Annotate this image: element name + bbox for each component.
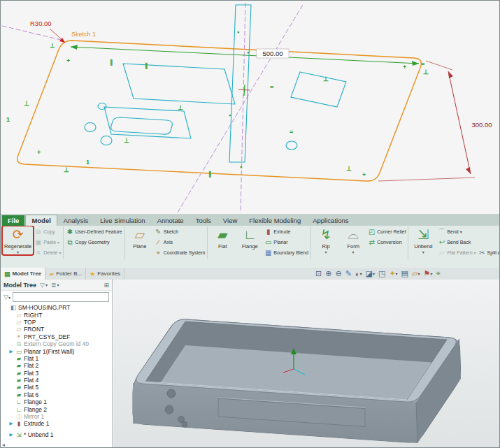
boundary-blend-button[interactable]: ▦Boundary Blend <box>264 247 309 258</box>
panel-tab-favorites[interactable]: ★Favorites <box>86 268 124 280</box>
constraint-glyph: ∥ <box>110 59 113 66</box>
zoom-in-button[interactable]: ⊕ <box>324 269 333 279</box>
tree-item-mirror-1[interactable]: ◫Mirror 1 <box>1 413 112 420</box>
group-label-datum[interactable]: Datum <box>127 258 206 259</box>
tab-applications[interactable]: Applications <box>307 215 354 226</box>
tab-file[interactable]: File <box>2 215 24 226</box>
tree-item-flat-1[interactable]: ▰Flat 1 <box>1 355 112 362</box>
panel-tab-label: Model Tree <box>13 270 42 277</box>
display-style-button[interactable]: ◪▾ <box>364 269 376 279</box>
graphics-viewport[interactable] <box>113 280 500 448</box>
tree-item-label: PRT_CSYS_DEF <box>24 333 70 340</box>
plane-button[interactable]: ▱Plane <box>127 226 153 250</box>
funnel-icon[interactable]: ▽▾ <box>3 294 10 301</box>
tree-item-extern-copy-geom-id-40[interactable]: ⧉Extern Copy Geom id 40 <box>1 340 112 347</box>
creo-window: 500.00 300.00 R30.00 Sketch 1 <box>0 0 500 448</box>
unbend-button[interactable]: ⇲Unbend▾ <box>410 226 436 254</box>
panel-collapse-arrow[interactable]: ◂ <box>2 442 5 448</box>
tree-item-flange-2[interactable]: ∟Flange 2 <box>1 405 112 412</box>
perspective-button[interactable]: ◳ <box>377 269 387 279</box>
tab-analysis[interactable]: Analysis <box>58 215 94 226</box>
list-button[interactable]: ≣▾ <box>51 282 59 289</box>
tree-item-flat-5[interactable]: ▰Flat 5 <box>1 384 112 391</box>
tree-item-prt-csys-def[interactable]: ⌖PRT_CSYS_DEF <box>1 333 112 340</box>
coordinate-system-button[interactable]: ⌖Coordinate System <box>154 247 206 258</box>
sketch-name-label[interactable]: Sketch 1 <box>71 31 96 38</box>
constraint-glyph: ⊥ <box>423 69 429 75</box>
tree-item-flat-3[interactable]: ▰Flat 3 <box>1 370 112 377</box>
panel-tab-model-tree[interactable]: ▤Model Tree <box>1 268 45 280</box>
bend-icon: ⌒ <box>438 228 445 236</box>
expand-arrow-icon[interactable]: ▶ <box>8 349 14 354</box>
sketch-button[interactable]: ✎Sketch <box>154 226 206 237</box>
tree-item-extrude-1[interactable]: ▶▮Extrude 1 <box>1 420 112 427</box>
tab-view[interactable]: View <box>217 215 243 226</box>
delete-button[interactable]: ✕Delete▾ <box>34 247 62 258</box>
dim-radius-label[interactable]: R30.00 <box>30 20 52 27</box>
funnel-button[interactable]: ▽▾ <box>40 282 48 289</box>
flange-button[interactable]: ∟Flange <box>236 226 263 250</box>
regenerate-button[interactable]: ⟳Regenerate▾ <box>3 226 33 254</box>
planar-label: Planar <box>273 240 287 245</box>
flat-pattern-button[interactable]: ▱Flat Pattern▾ <box>437 247 476 258</box>
user-defined-feature-button[interactable]: ✱User-Defined Feature <box>65 226 122 237</box>
group-label-get-data[interactable]: Get Data <box>65 258 122 259</box>
group-label-shapes[interactable]: Shapes <box>209 258 309 259</box>
axis-button[interactable]: ∕Axis <box>154 237 206 247</box>
tab-tools[interactable]: Tools <box>190 215 217 226</box>
datum-display-button[interactable]: ▱▾ <box>410 269 421 279</box>
copy-geometry-button[interactable]: ⧉Copy Geometry <box>65 237 122 247</box>
group-label-engineering[interactable]: Engineering <box>313 258 406 259</box>
tree-item-sm-housing-prt[interactable]: ◧SM-HOUSING.PRT <box>1 304 112 311</box>
dim-height-label[interactable]: 300.00 <box>471 121 492 129</box>
tree-item-planar-1-first-wall[interactable]: ▶▭Planar 1(First Wall) <box>1 347 112 354</box>
tree-item-top[interactable]: ▱TOP <box>1 319 112 326</box>
tree-item-flat-4[interactable]: ▰Flat 4 <box>1 377 112 384</box>
tree-item-label: Flat 1 <box>24 355 38 362</box>
corner-relief-button[interactable]: ◰Corner Relief <box>367 226 406 237</box>
paste-button[interactable]: ▣Paste▾ <box>34 237 62 247</box>
group-label-bends[interactable]: Bends <box>410 258 500 259</box>
tab-annotate[interactable]: Annotate <box>152 215 190 226</box>
grid-button[interactable]: ⊞ <box>103 282 109 289</box>
zoom-out-button[interactable]: ⊖ <box>334 269 343 279</box>
repaint-button[interactable]: ✎ <box>344 269 353 279</box>
expand-arrow-icon[interactable]: ▶ <box>8 421 14 426</box>
extrude-button[interactable]: ▮Extrude <box>264 226 309 237</box>
tree-item-flat-6[interactable]: ▰Flat 6 <box>1 391 112 398</box>
view-manager-button[interactable]: ▤ <box>400 269 410 279</box>
bend-button[interactable]: ⌒Bend▾ <box>437 226 476 237</box>
bend-back-button[interactable]: ↩Bend Back <box>437 237 476 247</box>
flat-button[interactable]: ▰Flat <box>209 226 236 250</box>
planar-button[interactable]: ▭Planar <box>264 237 309 247</box>
tree-item-flat-2[interactable]: ▰Flat 2 <box>1 362 112 369</box>
conversion-button[interactable]: ⇄Conversion <box>367 237 406 247</box>
tree-item-front[interactable]: ▱FRONT <box>1 326 112 333</box>
shading-button[interactable]: ◐▾ <box>354 269 364 279</box>
form-button[interactable]: ⌓Form▾ <box>340 226 366 254</box>
rip-button[interactable]: ↯Rip▾ <box>313 226 339 254</box>
annotation-display-button[interactable]: ⚑▾ <box>422 269 434 279</box>
tree-item-unbend-1[interactable]: ▶⇲* Unbend 1 <box>1 431 112 438</box>
dim-width-label[interactable]: 500.00 <box>262 50 283 57</box>
tab-live-simulation[interactable]: Live Simulation <box>94 215 150 226</box>
tree-item-right[interactable]: ▱RIGHT <box>1 311 112 318</box>
model-tree-panel: Model Tree ▽▾≣▾⊞ ▽▾ ◧SM-HOUSING.PRT▱RIGH… <box>1 280 113 448</box>
refit-button[interactable]: ⊡ <box>314 269 323 279</box>
copy-button[interactable]: ⧉Copy <box>34 226 62 237</box>
tab-flexible-modeling[interactable]: Flexible Modeling <box>243 215 306 226</box>
expand-arrow-icon[interactable]: ▶ <box>8 432 14 438</box>
spin-center-button[interactable]: ⌖ <box>434 269 441 279</box>
panel-tab-folder-b[interactable]: ▰Folder B... <box>45 268 86 280</box>
tab-model[interactable]: Model <box>25 215 57 226</box>
group-label-operations[interactable]: Operations <box>3 258 62 259</box>
flange-label: Flange <box>242 243 258 250</box>
datum-plane-icon: ▱ <box>15 326 22 333</box>
saved-orientations-button[interactable]: ✦▾ <box>387 269 399 279</box>
flat-icon: ▰ <box>217 226 228 243</box>
sketch-viewport[interactable]: 500.00 300.00 R30.00 Sketch 1 <box>1 1 500 215</box>
csys-icon: ⌖ <box>15 333 22 340</box>
tree-filter-input[interactable] <box>13 292 109 302</box>
tree-item-flange-1[interactable]: ∟Flange 1 <box>1 398 112 405</box>
split-area-button[interactable]: ✂Split Area <box>478 247 500 258</box>
